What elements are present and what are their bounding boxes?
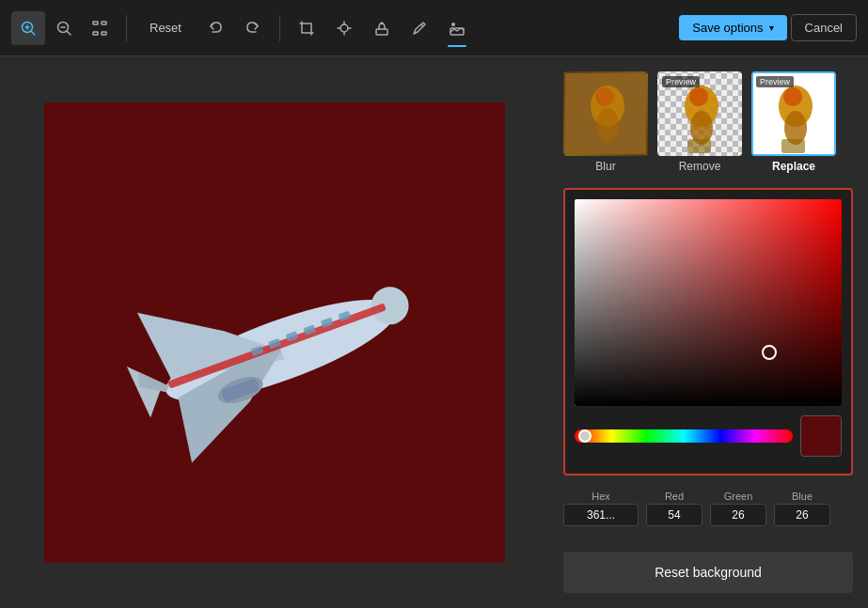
divider-2 [279, 15, 280, 41]
thumbnails-row: Blur Preview Remove Preview [563, 71, 853, 173]
hue-row [575, 415, 842, 457]
svg-point-11 [340, 24, 348, 32]
blue-label: Blue [792, 491, 813, 502]
color-swatch [800, 415, 842, 457]
chevron-down-icon: ▾ [769, 23, 774, 33]
save-options-button[interactable]: Save options ▾ [679, 15, 786, 40]
main-content: Blur Preview Remove Preview [0, 56, 868, 608]
svg-rect-7 [93, 22, 98, 24]
thumbnail-blur-img [563, 71, 648, 156]
svg-rect-16 [376, 29, 387, 35]
svg-point-46 [783, 87, 802, 106]
hex-input-group: Hex [563, 491, 639, 526]
zoom-out-button[interactable] [47, 11, 81, 45]
canvas-area[interactable] [0, 56, 548, 608]
thumbnail-blur-label: Blur [595, 160, 615, 173]
svg-line-5 [68, 31, 71, 35]
color-gradient-box[interactable] [575, 199, 842, 406]
hex-label: Hex [592, 491, 610, 502]
svg-point-18 [451, 23, 455, 26]
thumbnail-replace-label: Replace [772, 160, 815, 173]
replace-preview-badge: Preview [756, 76, 794, 87]
green-input[interactable] [710, 504, 766, 526]
save-options-label: Save options [692, 21, 763, 35]
hue-slider[interactable] [575, 429, 793, 443]
svg-point-38 [595, 87, 614, 106]
hex-input[interactable] [563, 504, 639, 526]
hue-slider-thumb [578, 429, 592, 443]
thumbnail-remove[interactable]: Preview Remove [657, 71, 742, 173]
svg-rect-47 [781, 139, 805, 153]
gradient-dark [575, 199, 842, 406]
divider-1 [126, 15, 127, 41]
undo-button[interactable] [198, 11, 232, 45]
toolbar: Reset [0, 0, 868, 56]
crop-button[interactable] [290, 11, 324, 45]
green-label: Green [724, 491, 753, 502]
zoom-in-button[interactable] [11, 11, 45, 45]
adjust-button[interactable] [327, 11, 361, 45]
stamp-button[interactable] [365, 11, 399, 45]
svg-line-1 [32, 31, 36, 35]
thumbnail-blur[interactable]: Blur [563, 71, 648, 173]
remove-preview-badge: Preview [662, 76, 700, 87]
thumbnail-replace[interactable]: Preview Replace [751, 71, 836, 173]
blue-input-group: Blue [774, 491, 830, 526]
blue-input[interactable] [774, 504, 830, 526]
svg-line-17 [421, 24, 423, 26]
thumbnail-replace-img: Preview [751, 71, 836, 156]
svg-rect-9 [93, 32, 98, 35]
svg-point-41 [689, 87, 708, 106]
color-picker[interactable] [563, 188, 853, 475]
background-button[interactable] [440, 11, 474, 45]
right-panel: Blur Preview Remove Preview [548, 56, 868, 608]
svg-point-37 [596, 108, 619, 142]
redo-button[interactable] [236, 11, 270, 45]
canvas-image [44, 102, 505, 563]
pen-button[interactable] [402, 11, 436, 45]
reset-background-button[interactable]: Reset background [563, 552, 853, 593]
green-input-group: Green [710, 491, 766, 526]
zoom-tools [11, 11, 117, 45]
red-input[interactable] [646, 504, 702, 526]
cancel-button[interactable]: Cancel [791, 14, 857, 41]
fit-view-button[interactable] [83, 11, 117, 45]
reset-button[interactable]: Reset [136, 15, 195, 40]
svg-rect-42 [687, 139, 711, 153]
thumbnail-remove-img: Preview [657, 71, 742, 156]
thumbnail-remove-label: Remove [679, 160, 721, 173]
color-inputs: Hex Red Green Blue [563, 491, 853, 526]
red-input-group: Red [646, 491, 702, 526]
red-label: Red [665, 491, 684, 502]
svg-rect-8 [102, 22, 106, 24]
svg-rect-10 [102, 32, 106, 35]
